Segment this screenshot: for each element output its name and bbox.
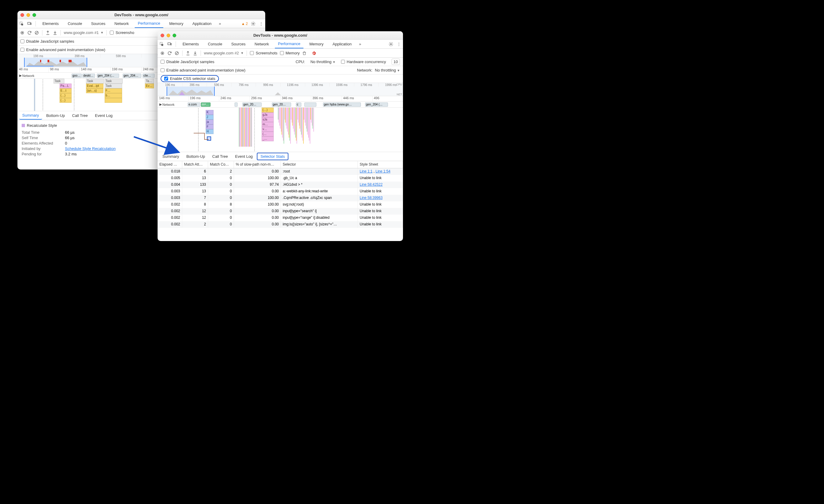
cpu-throttle-select[interactable]: No throttling ▼ [310, 59, 336, 64]
time-ruler[interactable]: 146 ms196 ms246 ms296 ms346 ms396 ms446 … [158, 96, 403, 102]
table-row[interactable]: 0.0021200.00input[type="search" i]Unable… [158, 208, 403, 215]
tab-network[interactable]: Network [252, 40, 272, 48]
clear-icon[interactable] [175, 51, 179, 55]
tab-application[interactable]: Application [330, 40, 355, 48]
disable-js-checkbox[interactable]: Disable JavaScript samples [20, 39, 74, 43]
reload-icon[interactable] [27, 30, 32, 35]
kebab-icon[interactable]: ⋮ [396, 42, 401, 46]
tab-elements[interactable]: Elements [39, 19, 62, 28]
inspect-icon[interactable] [19, 21, 24, 26]
tab-console[interactable]: Console [205, 40, 225, 48]
timeline-overview[interactable]: 196 ms396 ms596 ms796 ms996 ms1196 ms139… [158, 83, 403, 96]
kebab-icon[interactable]: ⋮ [259, 21, 264, 26]
col-elapsed[interactable]: Elapsed … [158, 161, 182, 168]
network-request[interactable]: gen hpba (www.go… [323, 103, 361, 107]
flame-frame[interactable]: Ev… [145, 84, 154, 88]
tab-memory[interactable]: Memory [166, 19, 187, 28]
tab-performance[interactable]: Performance [275, 40, 303, 48]
titlebar[interactable]: DevTools - www.google.com/ [158, 31, 403, 40]
flame-frame[interactable]: Pa…L [60, 84, 72, 88]
network-request[interactable]: m=… [201, 103, 210, 107]
table-row[interactable]: 0.002200.00img:is([sizes="auto" i], [siz… [158, 221, 403, 228]
device-icon[interactable] [167, 42, 172, 46]
table-row[interactable]: 0.0021200.00input[type="range" i]:disabl… [158, 215, 403, 221]
table-row[interactable]: 0.00288100.00svg:not(:root)Unable to lin… [158, 201, 403, 208]
style-sheet-link[interactable]: Line 1:1 [360, 169, 373, 173]
flame-frame[interactable]: m… [262, 122, 274, 127]
detail-tab-bottom-up[interactable]: Bottom-Up [43, 112, 68, 119]
titlebar[interactable]: DevTools - www.google.com/ [17, 11, 265, 19]
tab-sources[interactable]: Sources [228, 40, 249, 48]
flame-frame[interactable]: F… [105, 88, 122, 93]
style-sheet-link[interactable]: Line 1:54 [376, 169, 390, 173]
network-request[interactable]: gen_204 (… [97, 74, 119, 78]
clear-icon[interactable] [34, 30, 39, 35]
network-request[interactable]: e.com [188, 103, 200, 107]
gear-icon[interactable] [389, 42, 393, 46]
col-style-sheet[interactable]: Style Sheet [358, 161, 403, 168]
flame-frame[interactable]: v… [262, 127, 274, 132]
table-row[interactable]: 0.018620.00:rootLine 1:1 , Line 1:54 [158, 168, 403, 175]
col-selector[interactable]: Selector [281, 161, 358, 168]
network-request[interactable] [304, 103, 316, 107]
recording-selector[interactable]: www.google.com #1▼ [64, 30, 103, 35]
hw-concurrency-input[interactable]: 10 [392, 58, 400, 65]
flame-frame[interactable]: E…t [60, 88, 72, 93]
col-slow-path[interactable]: % of slow-path non-m… [234, 161, 281, 168]
minimize-icon[interactable] [167, 34, 170, 37]
screenshots-checkbox[interactable]: Screensho [110, 30, 134, 35]
table-row[interactable]: 0.005130100.00.gb_Uc aUnable to link [158, 175, 403, 181]
recording-selector[interactable]: www.google.com #2▼ [204, 51, 243, 55]
gc-icon[interactable] [302, 51, 307, 55]
memory-checkbox[interactable]: Memory [280, 51, 300, 55]
download-icon[interactable] [193, 51, 198, 55]
flame-frame[interactable]: Task [105, 84, 122, 88]
style-sheet-link[interactable]: Line 58:42522 [360, 182, 383, 186]
tab-sources[interactable]: Sources [88, 19, 109, 28]
flame-frame[interactable]: J [206, 115, 213, 120]
hw-concurrency-checkbox[interactable]: Hardware concurrency [341, 59, 386, 64]
network-request[interactable]: gen_204… [123, 74, 141, 78]
tab-network[interactable]: Network [112, 19, 132, 28]
record-icon[interactable] [160, 51, 165, 55]
flame-frame[interactable]: (…) [60, 93, 72, 98]
table-row[interactable]: 0.0031300.00a:-webkit-any-link:read-writ… [158, 188, 403, 195]
flame-frame[interactable]: sJa [262, 117, 274, 122]
upload-icon[interactable] [45, 30, 50, 35]
close-icon[interactable] [20, 13, 24, 17]
paint-checkbox[interactable]: Enable advanced paint instrumentation (s… [20, 47, 105, 52]
screenshots-checkbox[interactable]: Screenshots [250, 51, 277, 55]
tab-console[interactable]: Console [65, 19, 85, 28]
flame-frame[interactable]: K [206, 110, 213, 115]
network-request[interactable]: deskt… [82, 74, 95, 78]
network-request[interactable]: c [296, 103, 301, 107]
css-selector-stats-checkbox[interactable]: Enable CSS selector stats [164, 76, 215, 81]
flame-frame[interactable]: (an…s) [86, 88, 103, 93]
record-icon[interactable] [20, 30, 25, 35]
detail-tab-event-log[interactable]: Event Log [92, 112, 116, 119]
upload-icon[interactable] [186, 51, 190, 55]
col-match-attempts[interactable]: Match Att… [182, 161, 208, 168]
flame-frame[interactable]: b… [105, 93, 122, 98]
network-track[interactable]: ▶ Network e.comm=…gen_20…gen_20…cgen hpb… [158, 102, 403, 108]
network-track-header[interactable]: ▶ Network [158, 103, 176, 106]
detail-tab-summary[interactable]: Summary [19, 112, 42, 120]
flame-frame[interactable]: Ta… [145, 79, 154, 84]
tab-memory[interactable]: Memory [306, 40, 327, 48]
flame-frame[interactable]: (…) [60, 98, 72, 103]
inspect-icon[interactable] [160, 42, 164, 46]
tab-application[interactable]: Application [190, 19, 215, 28]
paint-checkbox[interactable]: Enable advanced paint instrumentation (s… [161, 68, 245, 73]
minimize-icon[interactable] [26, 13, 30, 17]
more-tabs-icon[interactable]: » [357, 42, 363, 46]
flame-frame[interactable] [105, 98, 122, 103]
flame-frame[interactable]: ja [206, 120, 213, 124]
selector-stats-header[interactable]: Elapsed … Match Att… Match Co… % of slow… [158, 161, 403, 168]
network-request[interactable]: clie… [142, 74, 154, 78]
tab-elements[interactable]: Elements [180, 40, 202, 48]
style-sheet-link[interactable]: Line 58:39963 [360, 196, 383, 200]
reload-icon[interactable] [167, 51, 172, 55]
flame-frame[interactable]: gJa [262, 112, 274, 117]
detail-tab-bottom-up[interactable]: Bottom-Up [184, 153, 208, 160]
flame-frame[interactable]: _… [262, 136, 274, 141]
